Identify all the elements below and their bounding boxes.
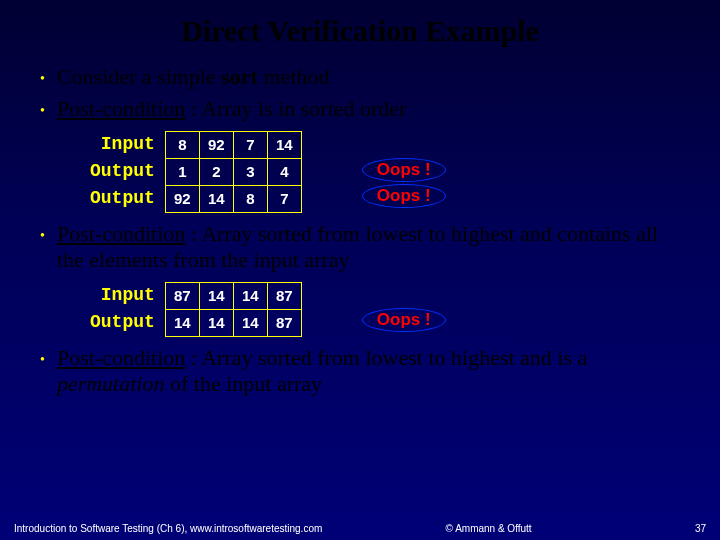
row-label: Output	[90, 158, 155, 185]
bullet-2-rest: : Array is in sorted order	[185, 96, 406, 121]
bullet-1-post: method	[258, 64, 330, 89]
page-number: 37	[695, 523, 706, 534]
slide-content: • Consider a simple sort method • Post-c…	[0, 64, 720, 397]
table-row: 8 92 7 14	[165, 131, 301, 158]
bullet-4-rest-b: of the input array	[164, 371, 322, 396]
table-cell: 14	[267, 131, 301, 158]
oops-badge: Oops !	[362, 184, 446, 208]
table-cell: 2	[199, 158, 233, 185]
table-row: 87 14 14 87	[165, 282, 301, 309]
table-cell: 92	[199, 131, 233, 158]
table-cell: 7	[233, 131, 267, 158]
bullet-dot-icon: •	[40, 352, 45, 368]
example-2-oops-group: Oops !	[362, 308, 446, 332]
bullet-1-pre: Consider a simple	[57, 64, 221, 89]
example-2: Input Output 87 14 14 87 14 14 14 87 Oop…	[90, 282, 690, 337]
bullet-dot-icon: •	[40, 228, 45, 244]
table-cell: 4	[267, 158, 301, 185]
table-cell: 14	[233, 282, 267, 309]
table-cell: 1	[165, 158, 199, 185]
table-cell: 87	[267, 309, 301, 336]
table-cell: 14	[199, 185, 233, 212]
bullet-3: • Post-condition : Array sorted from low…	[40, 221, 690, 274]
table-cell: 3	[233, 158, 267, 185]
bullet-4-text: Post-condition : Array sorted from lowes…	[57, 345, 690, 398]
table-cell: 14	[165, 309, 199, 336]
footer-center: © Ammann & Offutt	[322, 523, 655, 534]
bullet-2-label: Post-condition	[57, 96, 185, 121]
bullet-dot-icon: •	[40, 103, 45, 119]
row-label: Input	[90, 282, 155, 309]
example-1-table: 8 92 7 14 1 2 3 4 92 14 8 7	[165, 131, 302, 213]
row-label: Output	[90, 185, 155, 212]
oops-badge: Oops !	[362, 158, 446, 182]
example-1: Input Output Output 8 92 7 14 1 2 3 4 92…	[90, 131, 690, 213]
table-row: 92 14 8 7	[165, 185, 301, 212]
bullet-1: • Consider a simple sort method	[40, 64, 690, 90]
table-row: 1 2 3 4	[165, 158, 301, 185]
bullet-4-label: Post-condition	[57, 345, 185, 370]
table-cell: 87	[267, 282, 301, 309]
table-cell: 14	[199, 309, 233, 336]
bullet-4-rest-a: : Array sorted from lowest to highest an…	[185, 345, 587, 370]
table-row: 14 14 14 87	[165, 309, 301, 336]
bullet-3-text: Post-condition : Array sorted from lowes…	[57, 221, 690, 274]
row-label: Output	[90, 309, 155, 336]
table-cell: 92	[165, 185, 199, 212]
bullet-2-text: Post-condition : Array is in sorted orde…	[57, 96, 407, 122]
bullet-1-bold: sort	[221, 64, 258, 89]
table-cell: 8	[165, 131, 199, 158]
slide-title: Direct Verification Example	[0, 0, 720, 58]
footer-left: Introduction to Software Testing (Ch 6),…	[14, 523, 322, 534]
table-cell: 7	[267, 185, 301, 212]
table-cell: 14	[233, 309, 267, 336]
bullet-4: • Post-condition : Array sorted from low…	[40, 345, 690, 398]
bullet-2: • Post-condition : Array is in sorted or…	[40, 96, 690, 122]
bullet-4-italic: permutation	[57, 371, 165, 396]
example-2-labels: Input Output	[90, 282, 155, 336]
example-1-oops-group: Oops ! Oops !	[362, 158, 446, 208]
footer: Introduction to Software Testing (Ch 6),…	[0, 523, 720, 534]
bullet-dot-icon: •	[40, 71, 45, 87]
table-cell: 14	[199, 282, 233, 309]
example-1-labels: Input Output Output	[90, 131, 155, 212]
oops-badge: Oops !	[362, 308, 446, 332]
table-cell: 87	[165, 282, 199, 309]
example-2-table: 87 14 14 87 14 14 14 87	[165, 282, 302, 337]
bullet-3-label: Post-condition	[57, 221, 185, 246]
row-label: Input	[90, 131, 155, 158]
table-cell: 8	[233, 185, 267, 212]
bullet-1-text: Consider a simple sort method	[57, 64, 330, 90]
